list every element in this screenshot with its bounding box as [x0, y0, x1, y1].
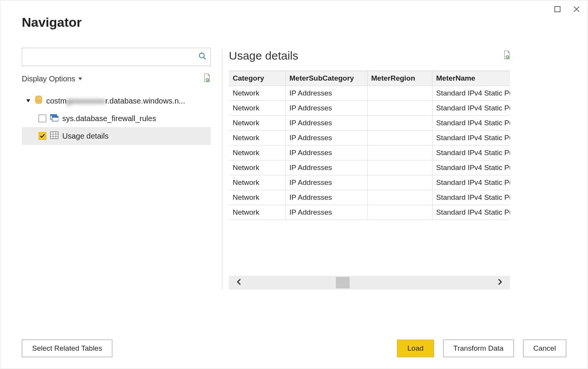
table-cell: Network	[229, 205, 285, 220]
table-cell: Standard IPv4 Static Pu	[432, 205, 510, 220]
table-cell: Network	[229, 160, 285, 175]
table-cell: IP Addresses	[285, 131, 367, 146]
table-cell: Standard IPv4 Static Pu	[432, 160, 510, 175]
svg-rect-0	[555, 6, 560, 12]
select-related-tables-button[interactable]: Select Related Tables	[22, 340, 112, 357]
table-cell: IP Addresses	[285, 160, 367, 175]
tree-item-firewall-rules[interactable]: sys.database_firewall_rules	[22, 110, 211, 127]
table-row[interactable]: NetworkIP AddressesStandard IPv4 Static …	[229, 131, 510, 146]
table-cell: Network	[229, 131, 285, 146]
expand-collapse-icon[interactable]	[26, 99, 30, 102]
table-cell: Network	[229, 86, 285, 101]
table-header-row: Category MeterSubCategory MeterRegion Me…	[229, 71, 510, 86]
table-cell: IP Addresses	[285, 86, 367, 101]
dialog-title: Navigator	[22, 15, 82, 30]
checkbox-firewall-rules[interactable]	[39, 115, 46, 122]
table-row[interactable]: NetworkIP AddressesStandard IPv4 Static …	[229, 146, 510, 160]
svg-point-3	[199, 53, 204, 58]
table-row[interactable]: NetworkIP AddressesStandard IPv4 Static …	[229, 175, 510, 190]
tree-item-label: Usage details	[62, 132, 109, 141]
table-row[interactable]: NetworkIP AddressesStandard IPv4 Static …	[229, 160, 510, 175]
svg-rect-7	[50, 114, 57, 116]
tree-item-label: sys.database_firewall_rules	[62, 114, 156, 123]
tree-item-usage-details[interactable]: Usage details	[22, 127, 211, 145]
svg-line-4	[204, 57, 206, 60]
table-row[interactable]: NetworkIP AddressesStandard IPv4 Static …	[229, 116, 510, 131]
table-cell: Standard IPv4 Static Pu	[432, 86, 510, 101]
table-cell	[367, 205, 432, 220]
scroll-left-icon[interactable]	[236, 278, 243, 287]
refresh-preview-button[interactable]	[502, 50, 511, 62]
svg-rect-9	[52, 116, 59, 118]
table-cell: Network	[229, 146, 285, 160]
table-cell	[367, 146, 432, 160]
table-row[interactable]: NetworkIP AddressesStandard IPv4 Static …	[229, 86, 510, 101]
table-cell: Network	[229, 190, 285, 205]
table-cell	[367, 101, 432, 116]
close-button[interactable]	[572, 5, 581, 13]
preview-panel: Usage details Category MeterSubCategory …	[229, 49, 511, 290]
navigator-tree: costmgxxxxxxxxxr.database.windows.n... s…	[22, 92, 211, 145]
window-controls	[553, 5, 581, 13]
transform-data-button[interactable]: Transform Data	[443, 340, 514, 357]
display-options-dropdown[interactable]: Display Options	[22, 74, 82, 83]
table-icon	[50, 131, 58, 141]
database-icon	[35, 95, 42, 107]
maximize-button[interactable]	[553, 5, 562, 13]
table-cell: Standard IPv4 Static Pu	[432, 116, 510, 131]
table-cell: IP Addresses	[285, 190, 367, 205]
tree-root-database[interactable]: costmgxxxxxxxxxr.database.windows.n...	[22, 92, 211, 110]
refresh-tree-button[interactable]	[202, 73, 211, 84]
table-cell: Standard IPv4 Static Pu	[432, 131, 510, 146]
column-header-metername[interactable]: MeterName	[432, 71, 510, 86]
table-cell	[367, 160, 432, 175]
table-cell	[367, 131, 432, 146]
table-cell: IP Addresses	[285, 116, 367, 131]
preview-title: Usage details	[229, 49, 298, 62]
table-row[interactable]: NetworkIP AddressesStandard IPv4 Static …	[229, 205, 510, 220]
table-cell: Standard IPv4 Static Pu	[432, 146, 510, 160]
table-row[interactable]: NetworkIP AddressesStandard IPv4 Static …	[229, 190, 510, 205]
table-cell: IP Addresses	[285, 146, 367, 160]
tree-root-label: costmgxxxxxxxxxr.database.windows.n...	[46, 97, 185, 105]
search-icon[interactable]	[198, 52, 207, 62]
table-cell: Standard IPv4 Static Pu	[432, 101, 510, 116]
table-cell	[367, 175, 432, 190]
table-cell: IP Addresses	[285, 205, 367, 220]
table-cell	[367, 86, 432, 101]
view-icon	[50, 114, 58, 123]
column-header-metersubcategory[interactable]: MeterSubCategory	[285, 71, 367, 86]
table-cell	[367, 190, 432, 205]
table-row[interactable]: NetworkIP AddressesStandard IPv4 Static …	[229, 101, 510, 116]
dialog-footer: Select Related Tables Load Transform Dat…	[22, 340, 566, 357]
scroll-right-icon[interactable]	[496, 278, 503, 287]
table-cell: Network	[229, 116, 285, 131]
table-cell: Network	[229, 175, 285, 190]
cancel-button[interactable]: Cancel	[523, 340, 566, 357]
table-cell: Network	[229, 101, 285, 116]
svg-rect-10	[50, 132, 58, 139]
display-options-label: Display Options	[22, 74, 75, 83]
column-header-category[interactable]: Category	[229, 71, 285, 86]
column-header-meterregion[interactable]: MeterRegion	[367, 71, 432, 86]
table-cell: Standard IPv4 Static Pu	[432, 190, 510, 205]
scrollbar-thumb[interactable]	[336, 277, 350, 288]
horizontal-scrollbar[interactable]	[229, 276, 510, 290]
table-cell: IP Addresses	[285, 175, 367, 190]
load-button[interactable]: Load	[397, 340, 434, 357]
table-cell: Standard IPv4 Static Pu	[432, 175, 510, 190]
panel-divider[interactable]	[222, 49, 222, 290]
search-input[interactable]	[25, 48, 198, 66]
chevron-down-icon	[78, 78, 82, 80]
search-box[interactable]	[22, 48, 211, 66]
preview-table: Category MeterSubCategory MeterRegion Me…	[229, 71, 510, 220]
navigator-left-panel: Display Options costmgxxxxxxxxxr.databas…	[22, 48, 213, 145]
table-cell: IP Addresses	[285, 101, 367, 116]
checkbox-usage-details[interactable]	[39, 132, 46, 140]
table-cell	[367, 116, 432, 131]
